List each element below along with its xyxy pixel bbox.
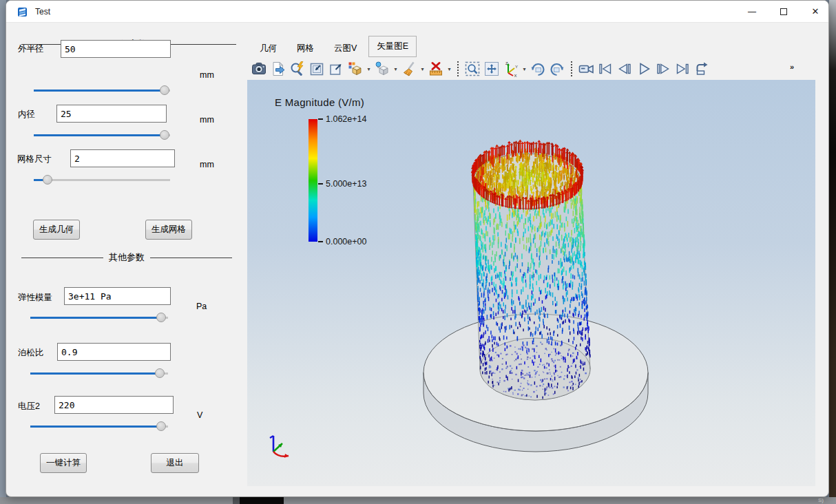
orientation-axes-icon [264,430,295,461]
lighting-dropdown-arrow-icon[interactable]: ▾ [393,66,399,72]
taskbar-strip: S) [0,497,836,504]
slider-handle[interactable] [155,368,165,378]
colorbar-gradient [309,119,317,242]
colorbar-title: E Magnitude (V/m) [275,96,364,108]
slider-fill [30,372,160,375]
toolbar-separator [457,61,459,76]
rotate-clockwise-icon[interactable] [529,59,547,78]
voltage-slider[interactable] [30,421,168,431]
poisson-ratio-slider[interactable] [30,368,168,378]
taskbar-dark-block [240,497,284,504]
desktop-right-strip [829,0,836,504]
outer-radius-input[interactable] [61,40,171,58]
svg-text:Y: Y [515,65,518,69]
inner-diameter-slider[interactable] [34,130,170,140]
axes-dropdown-arrow-icon[interactable]: ▾ [521,66,527,72]
poisson-ratio-label: 泊松比 [18,347,44,359]
app-icon[interactable] [17,6,30,18]
tab-3[interactable]: 云图V [326,39,365,57]
elastic-modulus-slider[interactable] [30,313,168,322]
mesh-size-input[interactable] [70,149,175,167]
screenshot-icon[interactable] [250,59,268,78]
svg-text:X: X [514,74,517,78]
window-title: Test [35,7,50,17]
maximize-icon [780,8,787,15]
slider-fill [30,317,161,319]
generate-geometry-button[interactable]: 生成几何 [33,220,80,240]
slider-handle[interactable] [156,421,166,431]
outer-radius-slider[interactable] [34,85,170,95]
next-frame-icon[interactable] [654,59,672,78]
toolbar-separator [571,61,572,76]
colorbar-tick [318,183,323,185]
reset-camera-icon[interactable] [327,59,345,78]
header-line [150,258,232,258]
loop-icon[interactable] [693,59,711,78]
remove-measurement-icon[interactable] [427,59,445,78]
inner-diameter-input[interactable] [56,105,167,123]
svg-text:Z: Z [505,61,508,65]
export-scene-icon[interactable] [269,59,287,78]
tab-1[interactable]: 几何 [251,39,285,57]
lighting-icon[interactable] [373,59,391,78]
representation-dropdown-arrow-icon[interactable]: ▾ [366,66,372,72]
colorbar-mid-label: 5.000e+13 [326,179,366,189]
other-group-title: 其他参数 [109,251,145,264]
slider-handle[interactable] [156,313,166,322]
outer-radius-unit: mm [200,70,214,80]
slider-handle[interactable] [43,175,52,185]
tab-bar: 几何网格云图V矢量图E [251,36,417,57]
minimize-button[interactable]: — [736,1,768,23]
axes-icon[interactable]: ZYX [502,59,520,78]
render-viewport[interactable]: E Magnitude (V/m) 1.062e+14 5.000e+13 0.… [247,80,815,486]
play-icon[interactable] [635,59,653,78]
clean-dropdown-arrow-icon[interactable]: ▾ [419,66,426,72]
zoom-to-box-icon[interactable] [308,59,326,78]
inner-diameter-label: 内径 [18,109,35,120]
generate-mesh-button[interactable]: 生成网格 [145,220,192,240]
app-window: Test — ✕ 几何参数 外半径 mm 内径 mm 网格尺寸 mm 生成几何 … [6,0,829,497]
voltage-label: 电压2 [18,401,40,412]
elastic-modulus-label: 弹性模量 [18,292,52,304]
colorbar-tick [318,118,323,120]
header-line [21,258,103,258]
pan-icon[interactable] [483,59,501,78]
elastic-modulus-input[interactable] [64,287,171,305]
voltage-unit: V [197,410,202,420]
zoom-region-icon[interactable] [463,59,481,78]
compute-button[interactable]: 一键计算 [40,453,87,473]
slider-track[interactable] [34,179,170,181]
outer-radius-label: 外半径 [18,43,44,55]
last-frame-icon[interactable] [673,59,691,78]
colorbar-tick [318,241,323,242]
slider-handle[interactable] [160,130,169,140]
first-frame-icon[interactable] [596,59,614,78]
previous-frame-icon[interactable] [616,59,634,78]
remove-measurement-dropdown-arrow-icon[interactable]: ▾ [446,66,452,72]
slider-fill [30,426,161,428]
taskbar-segment [233,497,240,504]
render-toolbar: ▾▾▾▾ZYX▾ [250,59,794,79]
other-group-header: 其他参数 [21,251,232,264]
slider-handle[interactable] [160,85,169,95]
record-icon[interactable] [577,59,595,78]
taskbar-partial-text: S) [818,497,824,503]
voltage-input[interactable] [54,396,174,414]
clean-icon[interactable] [400,59,418,78]
rotate-counterclockwise-icon[interactable] [548,59,566,78]
colorbar-max-label: 1.062e+14 [326,114,366,124]
exit-button[interactable]: 退出 [151,453,199,473]
toolbar-overflow-button[interactable]: » [790,63,794,71]
representation-icon[interactable] [346,59,364,78]
tab-2[interactable]: 网格 [289,39,322,57]
tab-4[interactable]: 矢量图E [368,36,417,57]
vector-plot-scene[interactable] [247,80,815,486]
mesh-size-slider[interactable] [34,175,170,185]
zoom-to-data-icon[interactable] [289,59,306,78]
maximize-button[interactable] [768,1,800,23]
colorbar-min-label: 0.000e+00 [326,237,366,246]
poisson-ratio-input[interactable] [57,343,171,361]
close-button[interactable]: ✕ [800,1,829,23]
slider-fill [34,134,165,136]
title-bar[interactable]: Test — ✕ [6,1,828,23]
